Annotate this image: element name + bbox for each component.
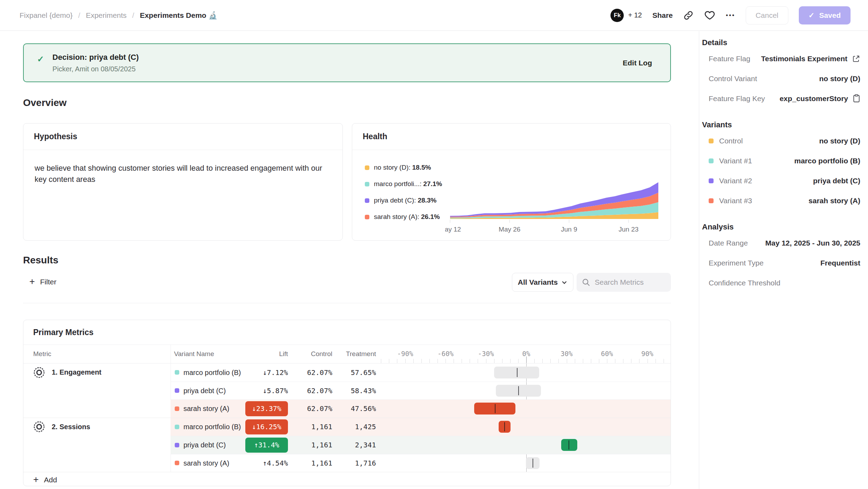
table-row[interactable]: sarah story (A)↑4.54%1,1611,716 bbox=[171, 454, 671, 472]
table-row[interactable]: marco portfolio (B)↓7.12%62.07%57.65% bbox=[171, 363, 671, 382]
breadcrumb-current: Experiments Demo 🔬 bbox=[140, 11, 217, 20]
axis-minor-tick bbox=[397, 359, 397, 363]
col-variant: Variant Name bbox=[174, 350, 214, 358]
variants-rows: Controlno story (D)Variant #1marco portf… bbox=[709, 131, 860, 211]
search-metrics-box[interactable] bbox=[577, 273, 671, 292]
treatment-value: 47.56% bbox=[335, 404, 376, 413]
metric-name: 1. Engagement bbox=[52, 368, 101, 376]
sidebar-row: Variant #3sarah story (A) bbox=[709, 191, 860, 211]
copy-link-icon[interactable] bbox=[683, 10, 694, 21]
metric-cell[interactable]: 1. Engagement bbox=[23, 363, 171, 382]
variant-filter-dropdown[interactable]: All Variants bbox=[512, 273, 573, 292]
breadcrumb-project[interactable]: Fixpanel {demo} bbox=[20, 11, 73, 20]
axis-minor-tick bbox=[510, 359, 511, 363]
health-title: Health bbox=[352, 123, 671, 150]
axis-tick-label: -30% bbox=[470, 350, 502, 357]
variant-name: marco portfolio (B) bbox=[183, 423, 241, 431]
metric-group: 1. Engagementmarco portfolio (B)↓7.12%62… bbox=[23, 363, 671, 418]
axis-minor-tick bbox=[648, 359, 648, 363]
sidebar-details-title: Details bbox=[702, 37, 860, 49]
avatar[interactable]: Fk bbox=[610, 9, 624, 22]
sidebar-row-value[interactable]: Testimonials Experiment bbox=[761, 55, 860, 63]
variant-swatch-icon bbox=[709, 178, 714, 183]
sidebar-row-label: Feature Flag bbox=[709, 55, 750, 63]
favorite-heart-icon[interactable] bbox=[704, 10, 715, 21]
microscope-emoji: 🔬 bbox=[208, 11, 217, 19]
sidebar-row-value: no story (D) bbox=[819, 75, 860, 83]
overview-heading: Overview bbox=[23, 97, 67, 108]
axis-minor-tick bbox=[389, 359, 389, 363]
external-link-icon[interactable] bbox=[852, 55, 860, 63]
axis-minor-tick bbox=[534, 359, 535, 363]
axis-minor-tick bbox=[623, 359, 623, 363]
saved-button[interactable]: ✓ Saved bbox=[799, 6, 851, 24]
axis-minor-tick bbox=[567, 359, 567, 363]
sidebar-row: Control Variantno story (D) bbox=[709, 69, 860, 88]
check-icon: ✓ bbox=[809, 11, 815, 20]
variant-name: priya debt (C) bbox=[183, 441, 226, 449]
lift-value: ↓5.87% bbox=[233, 387, 288, 395]
sidebar-row-value: sarah story (A) bbox=[809, 197, 860, 205]
add-metric-button[interactable]: + Add bbox=[23, 472, 671, 486]
axis-minor-tick bbox=[550, 359, 551, 363]
share-button[interactable]: Share bbox=[652, 11, 673, 20]
lift-badge: ↑31.4% bbox=[245, 438, 288, 453]
axis-minor-tick bbox=[526, 356, 527, 363]
table-row[interactable]: sarah story (A)↓23.37%62.07%47.56% bbox=[171, 399, 671, 418]
add-filter-button[interactable]: + Filter bbox=[29, 277, 56, 286]
health-legend: no story (D):18.5%marco portfoli...:27.1… bbox=[365, 163, 442, 228]
legend-value: 28.3% bbox=[418, 197, 436, 204]
sidebar-row-value[interactable]: exp_customerStory bbox=[780, 94, 860, 103]
sidebar-row[interactable]: Feature Flag Keyexp_customerStory bbox=[709, 88, 860, 108]
table-row[interactable]: priya debt (C)↑31.4%1,1612,341 bbox=[171, 436, 671, 454]
table-row[interactable]: marco portfolio (B)↓16.25%1,1611,425 bbox=[171, 418, 671, 436]
axis-minor-tick bbox=[631, 359, 631, 363]
cancel-button[interactable]: Cancel bbox=[746, 6, 788, 24]
breadcrumb-separator: / bbox=[78, 11, 80, 20]
health-x-label: Jun 23 bbox=[619, 226, 638, 233]
variant-swatch-icon bbox=[709, 158, 714, 163]
column-divider bbox=[171, 345, 171, 363]
table-row[interactable]: priya debt (C)↓5.87%62.07%58.43% bbox=[171, 382, 671, 400]
variant-color-dot bbox=[175, 461, 179, 465]
decision-title: Decision: priya debt (C) bbox=[52, 53, 139, 62]
sidebar-variants-title: Variants bbox=[702, 119, 860, 131]
sidebar-row-value: marco portfolio (B) bbox=[794, 157, 860, 165]
variant-color-dot bbox=[175, 425, 179, 429]
metric-icon bbox=[33, 421, 45, 433]
axis-minor-tick bbox=[446, 359, 446, 363]
decision-check-icon: ✓ bbox=[37, 54, 44, 64]
clipboard-copy-icon[interactable] bbox=[853, 94, 860, 103]
axis-minor-tick bbox=[664, 359, 664, 363]
control-value: 1,161 bbox=[289, 423, 332, 431]
sidebar-row-label: Experiment Type bbox=[709, 259, 764, 267]
sidebar-row: Variant #2priya debt (C) bbox=[709, 171, 860, 191]
details-rows: Feature FlagTestimonials ExperimentContr… bbox=[709, 49, 860, 108]
results-heading: Results bbox=[23, 255, 58, 266]
legend-swatch-icon bbox=[365, 165, 369, 170]
treatment-value: 57.65% bbox=[335, 368, 376, 377]
more-options-icon[interactable]: ••• bbox=[726, 12, 735, 19]
control-value: 62.07% bbox=[289, 368, 332, 377]
sidebar-row-label: Variant #1 bbox=[709, 157, 752, 165]
metric-cell[interactable]: 2. Sessions bbox=[23, 418, 171, 436]
sidebar-row-value: no story (D) bbox=[819, 137, 860, 145]
variant-swatch-icon bbox=[709, 198, 714, 203]
search-metrics-input[interactable] bbox=[594, 278, 665, 287]
variant-name: priya debt (C) bbox=[183, 387, 226, 395]
health-x-label: May 26 bbox=[499, 226, 520, 233]
sidebar-row[interactable]: Feature FlagTestimonials Experiment bbox=[709, 49, 860, 69]
axis-minor-tick bbox=[639, 359, 639, 363]
sidebar-row-label: Control Variant bbox=[709, 75, 757, 83]
axis-minor-tick bbox=[615, 359, 615, 363]
axis-minor-tick bbox=[381, 359, 381, 363]
sidebar-row-value: priya debt (C) bbox=[813, 177, 860, 185]
breadcrumb-experiments[interactable]: Experiments bbox=[86, 11, 127, 20]
hypothesis-body: we believe that showing customer stories… bbox=[23, 150, 342, 198]
edit-log-button[interactable]: Edit Log bbox=[623, 59, 652, 67]
variant-name: sarah story (A) bbox=[183, 459, 229, 467]
axis-minor-tick bbox=[478, 359, 478, 363]
legend-label: marco portfoli...: bbox=[374, 180, 421, 188]
estimate-tick bbox=[495, 404, 496, 413]
collaborator-stack[interactable]: Fk + 12 bbox=[610, 9, 642, 22]
